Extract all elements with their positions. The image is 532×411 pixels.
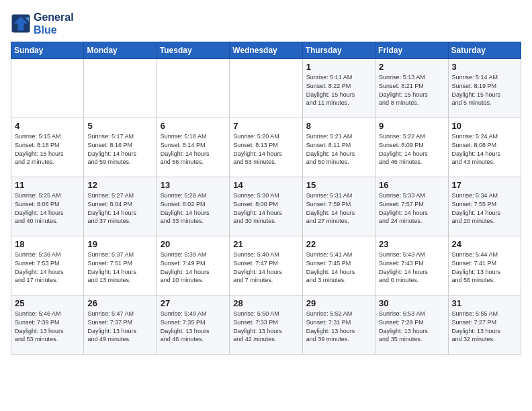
- day-info: Sunrise: 5:43 AM Sunset: 7:43 PM Dayligh…: [379, 250, 444, 284]
- week-row-4: 18Sunrise: 5:36 AM Sunset: 7:53 PM Dayli…: [11, 236, 521, 295]
- day-number: 23: [379, 239, 444, 249]
- logo-text: General Blue: [34, 11, 74, 36]
- logo-icon: [11, 13, 31, 34]
- day-number: 5: [87, 121, 152, 131]
- day-info: Sunrise: 5:14 AM Sunset: 8:19 PM Dayligh…: [452, 73, 517, 107]
- day-info: Sunrise: 5:21 AM Sunset: 8:11 PM Dayligh…: [306, 132, 371, 166]
- day-info: Sunrise: 5:15 AM Sunset: 8:18 PM Dayligh…: [15, 132, 80, 166]
- day-cell: 13Sunrise: 5:28 AM Sunset: 8:02 PM Dayli…: [157, 177, 229, 236]
- day-cell: 7Sunrise: 5:20 AM Sunset: 8:13 PM Daylig…: [230, 118, 302, 177]
- day-number: 17: [452, 180, 517, 190]
- day-number: 10: [452, 121, 517, 131]
- day-number: 18: [15, 239, 80, 249]
- day-info: Sunrise: 5:28 AM Sunset: 8:02 PM Dayligh…: [161, 191, 226, 225]
- day-cell: 17Sunrise: 5:34 AM Sunset: 7:55 PM Dayli…: [448, 177, 521, 236]
- weekday-header-sunday: Sunday: [11, 42, 84, 59]
- calendar-body: 1Sunrise: 5:11 AM Sunset: 8:22 PM Daylig…: [11, 59, 521, 355]
- day-cell: 6Sunrise: 5:18 AM Sunset: 8:14 PM Daylig…: [157, 118, 229, 177]
- day-number: 20: [161, 239, 226, 249]
- day-number: 27: [161, 298, 226, 308]
- weekday-header-monday: Monday: [84, 42, 157, 59]
- day-info: Sunrise: 5:18 AM Sunset: 8:14 PM Dayligh…: [161, 132, 226, 166]
- day-cell: 28Sunrise: 5:50 AM Sunset: 7:33 PM Dayli…: [230, 295, 302, 355]
- day-info: Sunrise: 5:22 AM Sunset: 8:09 PM Dayligh…: [379, 132, 444, 166]
- day-cell: 18Sunrise: 5:36 AM Sunset: 7:53 PM Dayli…: [11, 236, 84, 295]
- day-number: 13: [161, 180, 226, 190]
- day-cell: 22Sunrise: 5:41 AM Sunset: 7:45 PM Dayli…: [302, 236, 375, 295]
- day-cell: 14Sunrise: 5:30 AM Sunset: 8:00 PM Dayli…: [230, 177, 302, 236]
- day-cell: [84, 59, 157, 118]
- day-cell: 2Sunrise: 5:13 AM Sunset: 8:21 PM Daylig…: [375, 59, 448, 118]
- day-number: 21: [233, 239, 298, 249]
- day-number: 4: [15, 121, 80, 131]
- day-info: Sunrise: 5:41 AM Sunset: 7:45 PM Dayligh…: [306, 250, 371, 284]
- day-cell: 24Sunrise: 5:44 AM Sunset: 7:41 PM Dayli…: [448, 236, 521, 295]
- day-number: 7: [233, 121, 298, 131]
- day-number: 15: [306, 180, 371, 190]
- day-cell: 1Sunrise: 5:11 AM Sunset: 8:22 PM Daylig…: [302, 59, 375, 118]
- weekday-header-row: SundayMondayTuesdayWednesdayThursdayFrid…: [11, 42, 521, 59]
- day-cell: 9Sunrise: 5:22 AM Sunset: 8:09 PM Daylig…: [375, 118, 448, 177]
- day-info: Sunrise: 5:47 AM Sunset: 7:37 PM Dayligh…: [87, 310, 152, 343]
- day-cell: 10Sunrise: 5:24 AM Sunset: 8:08 PM Dayli…: [448, 118, 521, 177]
- day-number: 8: [306, 121, 371, 131]
- day-info: Sunrise: 5:40 AM Sunset: 7:47 PM Dayligh…: [233, 250, 298, 284]
- day-info: Sunrise: 5:17 AM Sunset: 8:16 PM Dayligh…: [87, 132, 152, 166]
- day-cell: 4Sunrise: 5:15 AM Sunset: 8:18 PM Daylig…: [11, 118, 84, 177]
- day-info: Sunrise: 5:46 AM Sunset: 7:39 PM Dayligh…: [15, 310, 80, 343]
- day-cell: 20Sunrise: 5:39 AM Sunset: 7:49 PM Dayli…: [157, 236, 229, 295]
- weekday-header-wednesday: Wednesday: [230, 42, 302, 59]
- day-cell: 12Sunrise: 5:27 AM Sunset: 8:04 PM Dayli…: [84, 177, 157, 236]
- day-number: 31: [452, 298, 517, 308]
- day-info: Sunrise: 5:20 AM Sunset: 8:13 PM Dayligh…: [233, 132, 298, 166]
- week-row-3: 11Sunrise: 5:25 AM Sunset: 8:06 PM Dayli…: [11, 177, 521, 236]
- day-number: 14: [233, 180, 298, 190]
- day-cell: 5Sunrise: 5:17 AM Sunset: 8:16 PM Daylig…: [84, 118, 157, 177]
- day-number: 19: [87, 239, 152, 249]
- day-cell: 11Sunrise: 5:25 AM Sunset: 8:06 PM Dayli…: [11, 177, 84, 236]
- day-cell: 25Sunrise: 5:46 AM Sunset: 7:39 PM Dayli…: [11, 295, 84, 355]
- day-info: Sunrise: 5:52 AM Sunset: 7:31 PM Dayligh…: [306, 310, 371, 343]
- day-info: Sunrise: 5:49 AM Sunset: 7:35 PM Dayligh…: [161, 310, 226, 343]
- day-number: 26: [87, 298, 152, 308]
- day-cell: [230, 59, 302, 118]
- day-cell: 29Sunrise: 5:52 AM Sunset: 7:31 PM Dayli…: [302, 295, 375, 355]
- week-row-5: 25Sunrise: 5:46 AM Sunset: 7:39 PM Dayli…: [11, 295, 521, 355]
- day-number: 28: [233, 298, 298, 308]
- day-cell: 27Sunrise: 5:49 AM Sunset: 7:35 PM Dayli…: [157, 295, 229, 355]
- day-info: Sunrise: 5:39 AM Sunset: 7:49 PM Dayligh…: [161, 250, 226, 284]
- day-info: Sunrise: 5:37 AM Sunset: 7:51 PM Dayligh…: [87, 250, 152, 284]
- day-cell: 30Sunrise: 5:53 AM Sunset: 7:29 PM Dayli…: [375, 295, 448, 355]
- day-cell: 26Sunrise: 5:47 AM Sunset: 7:37 PM Dayli…: [84, 295, 157, 355]
- weekday-header-friday: Friday: [375, 42, 448, 59]
- day-cell: 8Sunrise: 5:21 AM Sunset: 8:11 PM Daylig…: [302, 118, 375, 177]
- day-cell: 19Sunrise: 5:37 AM Sunset: 7:51 PM Dayli…: [84, 236, 157, 295]
- calendar-table: SundayMondayTuesdayWednesdayThursdayFrid…: [11, 42, 521, 355]
- day-number: 9: [379, 121, 444, 131]
- day-info: Sunrise: 5:55 AM Sunset: 7:27 PM Dayligh…: [452, 310, 517, 343]
- weekday-header-saturday: Saturday: [448, 42, 521, 59]
- day-info: Sunrise: 5:11 AM Sunset: 8:22 PM Dayligh…: [306, 73, 371, 107]
- day-number: 11: [15, 180, 80, 190]
- day-number: 22: [306, 239, 371, 249]
- day-cell: 3Sunrise: 5:14 AM Sunset: 8:19 PM Daylig…: [448, 59, 521, 118]
- day-info: Sunrise: 5:36 AM Sunset: 7:53 PM Dayligh…: [15, 250, 80, 284]
- day-info: Sunrise: 5:25 AM Sunset: 8:06 PM Dayligh…: [15, 191, 80, 225]
- day-cell: 15Sunrise: 5:31 AM Sunset: 7:59 PM Dayli…: [302, 177, 375, 236]
- day-cell: 31Sunrise: 5:55 AM Sunset: 7:27 PM Dayli…: [448, 295, 521, 355]
- day-cell: 16Sunrise: 5:33 AM Sunset: 7:57 PM Dayli…: [375, 177, 448, 236]
- day-number: 30: [379, 298, 444, 308]
- day-info: Sunrise: 5:33 AM Sunset: 7:57 PM Dayligh…: [379, 191, 444, 225]
- weekday-header-thursday: Thursday: [302, 42, 375, 59]
- week-row-1: 1Sunrise: 5:11 AM Sunset: 8:22 PM Daylig…: [11, 59, 521, 118]
- day-info: Sunrise: 5:24 AM Sunset: 8:08 PM Dayligh…: [452, 132, 517, 166]
- logo: General Blue: [11, 11, 74, 36]
- day-number: 24: [452, 239, 517, 249]
- day-cell: [157, 59, 229, 118]
- day-number: 3: [452, 62, 517, 72]
- day-number: 25: [15, 298, 80, 308]
- day-info: Sunrise: 5:34 AM Sunset: 7:55 PM Dayligh…: [452, 191, 517, 225]
- day-cell: [11, 59, 84, 118]
- week-row-2: 4Sunrise: 5:15 AM Sunset: 8:18 PM Daylig…: [11, 118, 521, 177]
- day-info: Sunrise: 5:27 AM Sunset: 8:04 PM Dayligh…: [87, 191, 152, 225]
